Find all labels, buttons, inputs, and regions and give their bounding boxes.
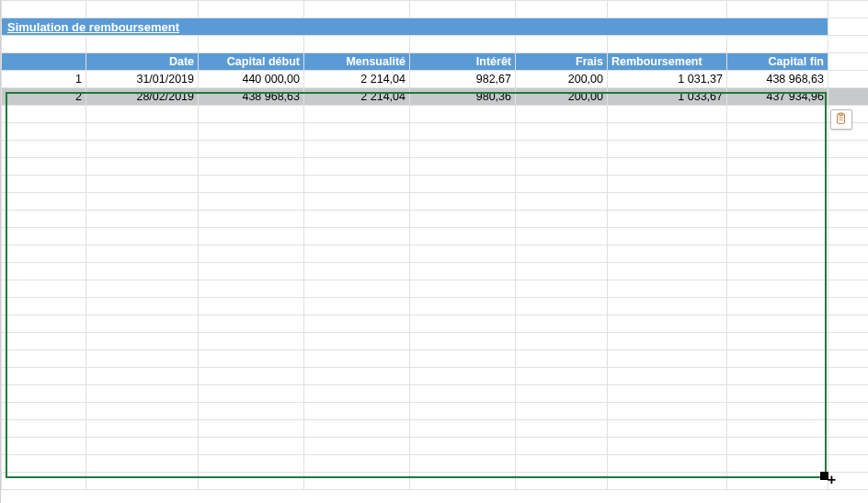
cell-capital-fin[interactable]: 438 968,63 xyxy=(727,71,828,88)
grid-table[interactable]: Simulation de remboursement Date Capital… xyxy=(1,0,868,490)
spreadsheet-grid[interactable]: Simulation de remboursement Date Capital… xyxy=(0,0,868,503)
header-interet[interactable]: Intérêt xyxy=(410,53,516,71)
cell-remboursement[interactable]: 1 033,67 xyxy=(608,88,727,106)
header-frais[interactable]: Frais xyxy=(516,53,608,71)
cell-interet[interactable]: 982,67 xyxy=(410,71,516,88)
cell-mensualite[interactable]: 2 214,04 xyxy=(304,71,410,88)
svg-rect-1 xyxy=(839,112,842,115)
title-text: Simulation de remboursement xyxy=(7,20,179,34)
table-row[interactable]: 1 31/01/2019 440 000,00 2 214,04 982,67 … xyxy=(2,71,869,88)
header-mensualite[interactable]: Mensualité xyxy=(304,53,410,71)
cell-capital-fin[interactable]: 437 934,96 xyxy=(727,88,828,106)
header-capital-fin[interactable]: Capital fin xyxy=(727,53,828,71)
header-remboursement[interactable]: Remboursement xyxy=(608,53,727,71)
header-date[interactable]: Date xyxy=(86,53,199,71)
cell-idx[interactable]: 2 xyxy=(2,88,86,106)
header-blank[interactable] xyxy=(2,53,86,71)
header-capital-debut[interactable]: Capital début xyxy=(199,53,304,71)
cell-capital-debut[interactable]: 440 000,00 xyxy=(199,71,304,88)
paste-options-button[interactable] xyxy=(830,109,852,130)
cell-frais[interactable]: 200,00 xyxy=(516,71,608,88)
cell-idx[interactable]: 1 xyxy=(2,71,86,88)
header-row[interactable]: Date Capital début Mensualité Intérêt Fr… xyxy=(2,53,869,71)
cell-date[interactable]: 28/02/2019 xyxy=(86,88,199,106)
title-cell[interactable]: Simulation de remboursement xyxy=(2,18,828,36)
clipboard-icon xyxy=(835,112,848,128)
cell-remboursement[interactable]: 1 031,37 xyxy=(608,71,727,88)
cell-date[interactable]: 31/01/2019 xyxy=(86,71,199,88)
cell-interet[interactable]: 980,36 xyxy=(410,88,516,106)
cell-capital-debut[interactable]: 438 968,63 xyxy=(199,88,304,106)
cell-frais[interactable]: 200,00 xyxy=(516,88,608,106)
title-row[interactable]: Simulation de remboursement xyxy=(2,18,869,36)
table-row[interactable]: 2 28/02/2019 438 968,63 2 214,04 980,36 … xyxy=(2,88,869,106)
cell-mensualite[interactable]: 2 214,04 xyxy=(304,88,410,106)
